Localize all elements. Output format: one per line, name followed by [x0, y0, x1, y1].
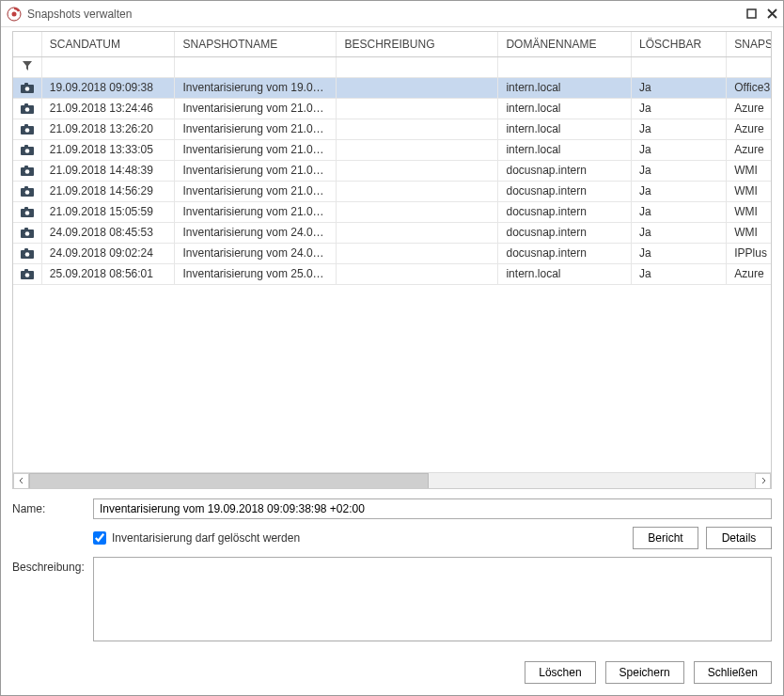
cell-scandatum: 21.09.2018 13:26:20 — [41, 119, 175, 139]
cell-deletable: Ja — [632, 77, 727, 98]
cell-snap: Azure — [727, 119, 771, 139]
deletable-checkbox[interactable] — [93, 531, 106, 545]
svg-point-26 — [25, 231, 30, 236]
cell-snapshotname: Inventarisierung vom 21.09.2... — [175, 98, 337, 119]
details-button[interactable]: Details — [706, 527, 772, 549]
table-row[interactable]: 24.09.2018 08:45:53Inventarisierung vom … — [13, 222, 771, 243]
save-button[interactable]: Speichern — [605, 661, 684, 684]
cell-deletable: Ja — [632, 243, 727, 263]
cell-snapshotname: Inventarisierung vom 24.09.2... — [175, 243, 337, 263]
scroll-track[interactable] — [29, 473, 755, 489]
table-row[interactable]: 19.09.2018 09:09:38Inventarisierung vom … — [13, 77, 771, 98]
footer-buttons: Löschen Speichern Schließen — [12, 652, 772, 684]
camera-icon — [13, 119, 41, 139]
scroll-thumb[interactable] — [29, 473, 429, 489]
cell-snap: IPPlus — [727, 243, 771, 263]
svg-rect-22 — [24, 207, 28, 210]
cell-scandatum: 24.09.2018 09:02:24 — [41, 243, 175, 263]
filter-snaps[interactable] — [727, 56, 771, 77]
report-button[interactable]: Bericht — [633, 527, 698, 549]
table-row[interactable]: 21.09.2018 13:24:46Inventarisierung vom … — [13, 98, 771, 119]
app-icon — [7, 7, 22, 22]
titlebar: Snapshots verwalten — [1, 1, 783, 27]
svg-point-5 — [25, 87, 30, 91]
description-textarea[interactable] — [93, 557, 772, 641]
table-row[interactable]: 21.09.2018 14:56:29Inventarisierung vom … — [13, 181, 771, 201]
cell-beschreibung — [337, 119, 498, 139]
filter-snapshotname[interactable] — [175, 56, 337, 77]
table-row[interactable]: 21.09.2018 15:05:59Inventarisierung vom … — [13, 201, 771, 222]
cell-snapshotname: Inventarisierung vom 21.09.2... — [175, 201, 337, 222]
cell-beschreibung — [337, 160, 498, 181]
close-dialog-button[interactable]: Schließen — [694, 661, 772, 684]
camera-icon — [13, 77, 41, 98]
cell-beschreibung — [337, 98, 498, 119]
column-header-snaps[interactable]: SNAPS — [727, 32, 771, 56]
cell-deletable: Ja — [632, 222, 727, 243]
cell-domain: docusnap.intern — [498, 201, 632, 222]
column-header-beschreibung[interactable]: BESCHREIBUNG — [337, 32, 498, 56]
delete-button[interactable]: Löschen — [525, 661, 595, 684]
window-title: Snapshots verwalten — [27, 8, 744, 21]
horizontal-scrollbar[interactable] — [13, 472, 771, 488]
cell-scandatum: 24.09.2018 08:45:53 — [41, 222, 175, 243]
table-row[interactable]: 21.09.2018 13:26:20Inventarisierung vom … — [13, 119, 771, 139]
column-header-snapshotname[interactable]: SNAPSHOTNAME — [175, 32, 337, 56]
close-button[interactable] — [764, 7, 779, 22]
svg-point-29 — [25, 252, 30, 257]
cell-snap: Azure — [727, 139, 771, 160]
column-header-icon[interactable] — [13, 32, 41, 56]
camera-icon — [13, 181, 41, 201]
filter-deletable[interactable] — [632, 56, 727, 77]
svg-rect-25 — [24, 228, 28, 230]
scroll-left-arrow[interactable] — [13, 473, 29, 489]
name-label: Name: — [12, 498, 93, 515]
cell-domain: docusnap.intern — [498, 160, 632, 181]
table-row[interactable]: 21.09.2018 13:33:05Inventarisierung vom … — [13, 139, 771, 160]
cell-snapshotname: Inventarisierung vom 24.09.2... — [175, 222, 337, 243]
maximize-button[interactable] — [744, 7, 759, 22]
cell-beschreibung — [337, 201, 498, 222]
deletable-checkbox-row[interactable]: Inventarisierung darf gelöscht werden — [93, 531, 300, 545]
cell-snap: WMI — [727, 160, 771, 181]
name-input[interactable] — [93, 498, 772, 519]
filter-row — [13, 56, 771, 77]
cell-snap: WMI — [727, 181, 771, 201]
svg-point-11 — [25, 128, 30, 133]
svg-point-32 — [25, 273, 30, 277]
column-header-domain[interactable]: DOMÄNENNAME — [498, 32, 632, 56]
svg-point-1 — [12, 11, 17, 16]
table-row[interactable]: 24.09.2018 09:02:24Inventarisierung vom … — [13, 243, 771, 263]
deletable-label: Inventarisierung darf gelöscht werden — [112, 531, 300, 545]
cell-beschreibung — [337, 222, 498, 243]
cell-deletable: Ja — [632, 201, 727, 222]
table-row[interactable]: 25.09.2018 08:56:01Inventarisierung vom … — [13, 263, 771, 284]
window-controls — [744, 7, 779, 22]
filter-beschreibung[interactable] — [337, 56, 498, 77]
scroll-right-arrow[interactable] — [755, 473, 771, 489]
column-header-scandatum[interactable]: SCANDATUM — [41, 32, 175, 56]
svg-point-14 — [25, 149, 30, 153]
filter-domain[interactable] — [498, 56, 632, 77]
column-header-deletable[interactable]: LÖSCHBAR — [632, 32, 727, 56]
cell-scandatum: 21.09.2018 13:24:46 — [41, 98, 175, 119]
table-row[interactable]: 21.09.2018 14:48:39Inventarisierung vom … — [13, 160, 771, 181]
cell-snapshotname: Inventarisierung vom 21.09.2... — [175, 160, 337, 181]
cell-snapshotname: Inventarisierung vom 21.09.2... — [175, 119, 337, 139]
filter-icon[interactable] — [13, 56, 41, 77]
camera-icon — [13, 243, 41, 263]
dialog-window: Snapshots verwalten SCANDATUM SNAPSHOTNA — [0, 0, 784, 696]
cell-deletable: Ja — [632, 181, 727, 201]
cell-snap: Azure — [727, 98, 771, 119]
cell-deletable: Ja — [632, 119, 727, 139]
cell-domain: intern.local — [498, 98, 632, 119]
cell-domain: docusnap.intern — [498, 222, 632, 243]
cell-snap: Office3 — [727, 77, 771, 98]
svg-point-8 — [25, 107, 30, 112]
filter-scandatum[interactable] — [41, 56, 175, 77]
cell-beschreibung — [337, 243, 498, 263]
cell-domain: docusnap.intern — [498, 181, 632, 201]
cell-snap: WMI — [727, 222, 771, 243]
cell-deletable: Ja — [632, 160, 727, 181]
snapshot-grid: SCANDATUM SNAPSHOTNAME BESCHREIBUNG DOMÄ… — [12, 31, 772, 489]
